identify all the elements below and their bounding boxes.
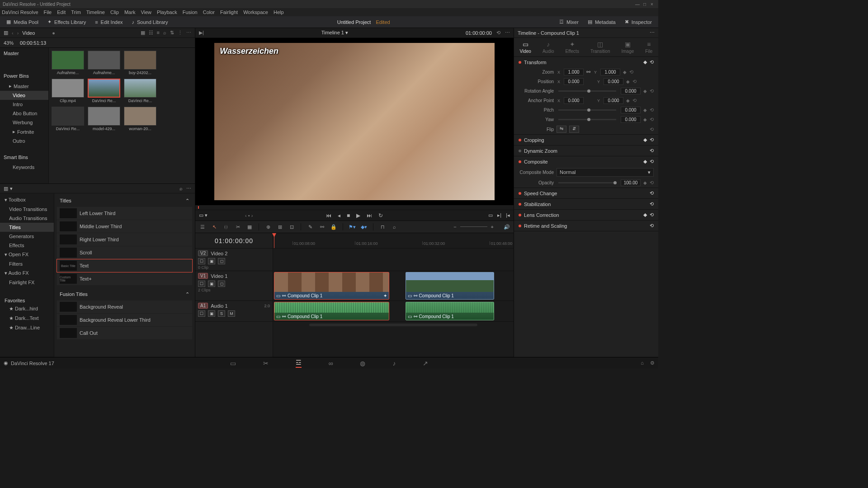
chevron-down-icon[interactable]: ▾ xyxy=(345,30,348,35)
flip-h-button[interactable]: ⇋ xyxy=(557,126,566,133)
blade-tool-icon[interactable]: ✂ xyxy=(234,223,241,230)
blade-icon[interactable]: ✎ xyxy=(307,223,314,230)
menu-item[interactable]: Help xyxy=(274,9,284,15)
match-frame-icon[interactable]: ▭ xyxy=(488,212,493,218)
viewer-mode-icon[interactable]: ▭ ▾ xyxy=(199,212,208,218)
section-composite[interactable]: Composite◆⟲ xyxy=(514,156,658,167)
clip-thumb[interactable]: DaVinci Re... xyxy=(124,79,156,103)
zoom-x-field[interactable]: 1.000 xyxy=(564,69,584,75)
menu-item[interactable]: Playback xyxy=(157,9,177,15)
loop-icon[interactable]: ⟲ xyxy=(496,30,500,36)
tab-audio[interactable]: ♪Audio xyxy=(542,41,554,54)
page-color[interactable]: ◍ xyxy=(360,360,365,367)
title-item[interactable]: Middle Lower Third xyxy=(57,220,192,233)
zoom-y-field[interactable]: 1.000 xyxy=(600,69,620,75)
bin-werbung[interactable]: Werbung xyxy=(0,118,48,127)
playhead[interactable] xyxy=(274,233,274,248)
tab-effects[interactable]: ✦Effects xyxy=(566,41,579,54)
trim-tool-icon[interactable]: ⟮⟯ xyxy=(222,223,230,230)
track-a1[interactable]: ▭⚯Compound Clip 1 ▭⚯Compound Clip 1 xyxy=(273,301,514,322)
pos-x-field[interactable]: 0.000 xyxy=(564,78,584,85)
smart-bins-header[interactable]: Smart Bins xyxy=(0,152,48,163)
menu-item[interactable]: Edit xyxy=(57,9,66,15)
menu-item[interactable]: Mark xyxy=(124,9,135,15)
tree-filters[interactable]: Filters xyxy=(0,259,54,268)
track-header-v1[interactable]: V1Video 1 ☐▣◻ 2 Clips xyxy=(195,271,273,301)
section-speed[interactable]: Speed Change⟲ xyxy=(514,188,658,198)
title-item[interactable]: Right Lower Third xyxy=(57,233,192,246)
more-icon[interactable]: ⋯ xyxy=(505,30,510,36)
bin-fortnite[interactable]: ▸ Fortnite xyxy=(0,127,48,136)
insert-icon[interactable]: ▦ xyxy=(246,223,253,230)
yaw-field[interactable]: 0.000 xyxy=(621,116,641,123)
flip-v-button[interactable]: ⇵ xyxy=(569,126,579,133)
mixer-toggle[interactable]: ☲Mixer xyxy=(557,18,581,26)
rotation-field[interactable]: 0.000 xyxy=(621,88,641,94)
pos-y-field[interactable]: 0.000 xyxy=(604,78,623,85)
mini-playhead[interactable] xyxy=(198,206,199,209)
tree-audiofx[interactable]: ▾ Audio FX xyxy=(0,268,54,278)
section-lens[interactable]: Lens Correction◆⟲ xyxy=(514,210,658,220)
clip-thumb[interactable]: Clip.mp4 xyxy=(52,79,84,103)
track-v2[interactable] xyxy=(273,249,514,271)
snap-icon[interactable]: ⊓ xyxy=(379,223,386,230)
more-icon[interactable]: ⋯ xyxy=(186,186,191,192)
chevron-down-icon[interactable]: ▾ xyxy=(10,186,13,192)
timeline-name[interactable]: Timeline 1 xyxy=(321,30,344,35)
stop-icon[interactable]: ■ xyxy=(347,212,350,219)
insert-clip-icon[interactable]: ⊕ xyxy=(264,223,272,230)
zoom-tool-icon[interactable]: ⌕ xyxy=(391,223,398,230)
menu-item[interactable]: Fusion xyxy=(183,9,198,15)
tree-audio-transitions[interactable]: Audio Transitions xyxy=(0,214,54,223)
page-media[interactable]: ▭ xyxy=(230,360,236,367)
reset-icon[interactable]: ⟲ xyxy=(650,59,654,65)
anchor-y-field[interactable]: 0.000 xyxy=(604,97,623,104)
timeline-timecode[interactable]: 01:00:00:00 xyxy=(195,233,273,249)
clip-thumb[interactable]: DaVinci Re... xyxy=(52,107,84,131)
fusion-title-item[interactable]: Call Out xyxy=(57,327,192,339)
section-dynamic-zoom[interactable]: Dynamic Zoom⟲ xyxy=(514,145,658,156)
filter-icon[interactable]: ⋮ xyxy=(178,30,183,36)
yaw-slider[interactable] xyxy=(558,119,616,120)
tree-effects[interactable]: Effects xyxy=(0,241,54,250)
rotation-slider[interactable] xyxy=(558,90,616,92)
metadata-toggle[interactable]: ▤Metadata xyxy=(585,18,618,26)
thumb-view-icon[interactable]: ▦ xyxy=(141,30,145,36)
sort-icon[interactable]: ⇅ xyxy=(170,30,174,36)
pool-view-icon[interactable]: ▥ xyxy=(4,30,8,36)
audio-clip[interactable]: ▭⚯Compound Clip 1 xyxy=(406,302,495,320)
menu-item[interactable]: View xyxy=(141,9,151,15)
section-retime[interactable]: Retime and Scaling⟲ xyxy=(514,221,658,231)
menu-item[interactable]: Trim xyxy=(71,9,81,15)
fav-item[interactable]: ★ Draw...Line xyxy=(0,323,54,333)
bin-keywords[interactable]: Keywords xyxy=(0,163,48,172)
page-fusion[interactable]: ∞ xyxy=(329,360,333,367)
more-icon[interactable]: ⋯ xyxy=(650,30,655,36)
menu-item[interactable]: Timeline xyxy=(86,9,105,15)
tab-transition[interactable]: ◫Transition xyxy=(590,41,610,54)
fav-item[interactable]: ★ Dark...hird xyxy=(0,304,54,314)
clip-thumb[interactable]: Aufnahme... xyxy=(88,51,120,75)
bin-intro[interactable]: Intro xyxy=(0,100,48,109)
timeline-view-icon[interactable]: ☰ xyxy=(199,223,206,230)
auto-select-icon[interactable]: ▣ xyxy=(208,258,215,264)
bin-video[interactable]: Video xyxy=(0,91,48,100)
bin-master[interactable]: ▸ Master xyxy=(0,81,48,91)
loop-icon[interactable]: ↻ xyxy=(378,212,383,219)
search-icon[interactable]: ⌕ xyxy=(163,30,166,36)
effects-library-toggle[interactable]: ✦Effects Library xyxy=(45,18,89,26)
tree-titles[interactable]: Titles xyxy=(0,223,54,232)
menu-item[interactable]: DaVinci Resolve xyxy=(2,9,38,15)
category-fusion-titles[interactable]: Fusion Titles⌃ xyxy=(56,289,193,300)
lock-icon[interactable]: ☐ xyxy=(198,258,205,264)
section-stabilization[interactable]: Stabilization⟲ xyxy=(514,199,658,209)
viewer[interactable]: Wasserzeichen xyxy=(195,38,514,205)
nav-fwd-icon[interactable]: › xyxy=(17,30,19,36)
step-back-icon[interactable]: ◂ xyxy=(338,212,340,219)
menu-item[interactable]: Workspace xyxy=(243,9,268,15)
fusion-title-item[interactable]: Background Reveal Lower Third xyxy=(57,314,192,326)
link-icon[interactable]: ⚯ xyxy=(586,69,590,75)
breadcrumb[interactable]: Video xyxy=(22,30,35,36)
strip-view-icon[interactable]: ☷ xyxy=(149,30,153,36)
list-view-icon[interactable]: ≡ xyxy=(157,30,160,36)
